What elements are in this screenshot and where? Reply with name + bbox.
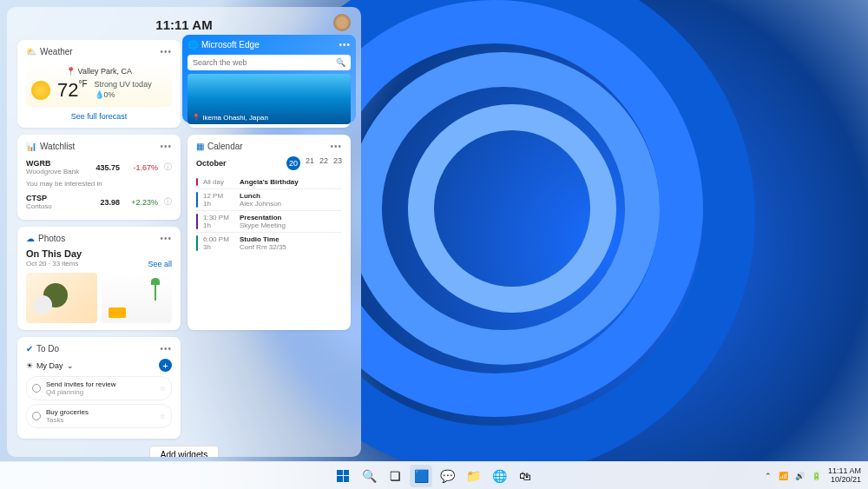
search-button[interactable]: 🔍 bbox=[358, 465, 380, 487]
task-view-button[interactable]: ❏ bbox=[384, 465, 406, 487]
weather-location: Valley Park, CA bbox=[78, 67, 132, 76]
explorer-button[interactable]: 📁 bbox=[462, 465, 484, 487]
calendar-day[interactable]: 20 bbox=[286, 156, 300, 170]
stock-symbol: WGRB bbox=[26, 159, 61, 168]
more-icon[interactable]: ••• bbox=[330, 142, 342, 151]
sun-icon bbox=[31, 81, 50, 100]
stock-symbol: CTSP bbox=[26, 194, 61, 202]
photo-thumb[interactable] bbox=[102, 273, 173, 323]
todo-checkbox[interactable] bbox=[32, 384, 41, 393]
search-input-container[interactable]: 🔍 bbox=[187, 55, 351, 70]
weather-card[interactable]: ⛅ Weather ••• 📍 Valley Park, CA 72°F Str… bbox=[17, 40, 181, 128]
user-avatar[interactable] bbox=[333, 14, 351, 31]
add-widgets-button[interactable]: Add widgets bbox=[149, 446, 219, 457]
edge-card[interactable]: 🌐 Microsoft Edge ••• 🔍 📍 Ikema Ohashi, J… bbox=[187, 40, 351, 128]
photo-thumb[interactable] bbox=[26, 273, 97, 323]
edge-image[interactable]: 📍 Ikema Ohashi, Japan bbox=[187, 74, 351, 124]
chat-button[interactable]: 💬 bbox=[436, 465, 458, 487]
info-icon[interactable]: ⓘ bbox=[164, 196, 172, 208]
add-widgets-row: Add widgets bbox=[17, 446, 351, 457]
taskbar: 🔍 ❏ 🟦 💬 📁 🌐 🛍 ⌃ 📶 🔊 🔋 11:11 AM 10/20/21 bbox=[0, 461, 868, 489]
system-tray[interactable]: ⌃ 📶 🔊 🔋 11:11 AM 10/20/21 bbox=[765, 467, 861, 485]
volume-icon[interactable]: 🔊 bbox=[795, 472, 805, 480]
watchlist-row[interactable]: WGRBWoodgrove Bank435.75-1.67%ⓘ bbox=[26, 156, 172, 178]
weather-condition: Strong UV today bbox=[95, 80, 152, 90]
card-title: Microsoft Edge bbox=[201, 40, 260, 50]
taskbar-center: 🔍 ❏ 🟦 💬 📁 🌐 🛍 bbox=[332, 465, 536, 487]
stock-change: -1.67% bbox=[123, 163, 158, 172]
photos-icon: ☁ bbox=[26, 234, 35, 243]
card-title: Weather bbox=[40, 47, 73, 56]
stock-price: 23.98 bbox=[100, 198, 120, 207]
calendar-day[interactable]: 21 bbox=[306, 156, 314, 170]
more-icon[interactable]: ••• bbox=[160, 47, 172, 56]
sun-small-icon: ☀ bbox=[26, 361, 33, 370]
todo-item[interactable]: Buy groceriesTasks☆ bbox=[26, 404, 172, 428]
calendar-month: October bbox=[196, 159, 227, 168]
todo-list-name[interactable]: My Day bbox=[36, 361, 63, 370]
more-icon[interactable]: ••• bbox=[339, 40, 351, 50]
droplet-icon: 💧 bbox=[95, 90, 104, 99]
widgets-panel: 11:11 AM ⛅ Weather ••• 📍 Valley Park, CA… bbox=[7, 7, 361, 457]
card-title: Watchlist bbox=[40, 142, 75, 151]
more-icon[interactable]: ••• bbox=[160, 344, 172, 354]
star-icon[interactable]: ☆ bbox=[160, 385, 166, 393]
card-title: Calendar bbox=[207, 142, 243, 151]
star-icon[interactable]: ☆ bbox=[160, 413, 166, 420]
calendar-event[interactable]: 6:00 PM3hStudio TimeConf Rm 32/35 bbox=[196, 232, 342, 254]
edge-caption: Ikema Ohashi, Japan bbox=[202, 114, 268, 122]
panel-clock: 11:11 AM bbox=[155, 17, 212, 32]
stock-price: 435.75 bbox=[95, 163, 120, 172]
add-task-button[interactable]: + bbox=[159, 359, 172, 372]
wifi-icon[interactable]: 📶 bbox=[779, 472, 788, 480]
see-all-link[interactable]: See all bbox=[148, 260, 172, 268]
chevron-up-icon[interactable]: ⌃ bbox=[765, 472, 772, 480]
widgets-button[interactable]: 🟦 bbox=[410, 465, 432, 487]
card-title: Photos bbox=[38, 234, 65, 243]
calendar-day[interactable]: 22 bbox=[319, 156, 328, 170]
stock-change: +2.23% bbox=[123, 198, 158, 207]
battery-icon[interactable]: 🔋 bbox=[812, 472, 821, 480]
calendar-event[interactable]: 1:30 PM1hPresentationSkype Meeting bbox=[196, 210, 342, 232]
weather-icon: ⛅ bbox=[26, 47, 36, 56]
todo-card[interactable]: ✔ To Do ••• ☀ My Day ⌄ + Send invites fo… bbox=[17, 337, 181, 439]
card-title: To Do bbox=[36, 344, 59, 354]
calendar-event[interactable]: All dayAngela's Birthday bbox=[196, 175, 342, 188]
todo-item[interactable]: Send invites for reviewQ4 planning☆ bbox=[26, 376, 172, 400]
edge-button[interactable]: 🌐 bbox=[488, 465, 510, 487]
store-button[interactable]: 🛍 bbox=[514, 465, 536, 487]
weather-unit: °F bbox=[78, 79, 87, 89]
search-icon[interactable]: 🔍 bbox=[336, 58, 345, 67]
stock-name: Contoso bbox=[26, 202, 61, 210]
calendar-icon: ▦ bbox=[196, 142, 204, 151]
calendar-card[interactable]: ▦ Calendar ••• October 20212223 All dayA… bbox=[187, 135, 351, 330]
taskbar-clock[interactable]: 11:11 AM 10/20/21 bbox=[828, 467, 861, 485]
watchlist-card[interactable]: 📊 Watchlist ••• WGRBWoodgrove Bank435.75… bbox=[17, 135, 181, 220]
search-input[interactable] bbox=[193, 58, 332, 67]
weather-temp: 72 bbox=[57, 79, 78, 101]
photos-card[interactable]: ☁ Photos ••• On This Day Oct 20 · 33 ite… bbox=[17, 227, 181, 330]
weather-precip: 0% bbox=[104, 90, 115, 99]
info-icon[interactable]: ⓘ bbox=[164, 162, 172, 173]
calendar-day[interactable]: 23 bbox=[333, 156, 342, 170]
more-icon[interactable]: ••• bbox=[160, 142, 172, 151]
location-pin-icon: 📍 bbox=[66, 67, 76, 76]
todo-icon: ✔ bbox=[26, 344, 33, 354]
watchlist-interest: You may be interested in bbox=[26, 178, 172, 191]
start-button[interactable] bbox=[332, 465, 354, 487]
chart-icon: 📊 bbox=[26, 142, 36, 151]
photos-headline: On This Day bbox=[26, 248, 172, 259]
stock-name: Woodgrove Bank bbox=[26, 168, 79, 175]
forecast-link[interactable]: See full forecast bbox=[26, 112, 172, 121]
chevron-down-icon[interactable]: ⌄ bbox=[67, 361, 74, 370]
edge-icon: 🌐 bbox=[187, 40, 198, 50]
more-icon[interactable]: ••• bbox=[160, 234, 172, 243]
watchlist-row[interactable]: CTSPContoso23.98+2.23%ⓘ bbox=[26, 191, 172, 213]
calendar-event[interactable]: 12 PM1hLunchAlex Johnson bbox=[196, 188, 342, 210]
todo-checkbox[interactable] bbox=[32, 412, 41, 420]
